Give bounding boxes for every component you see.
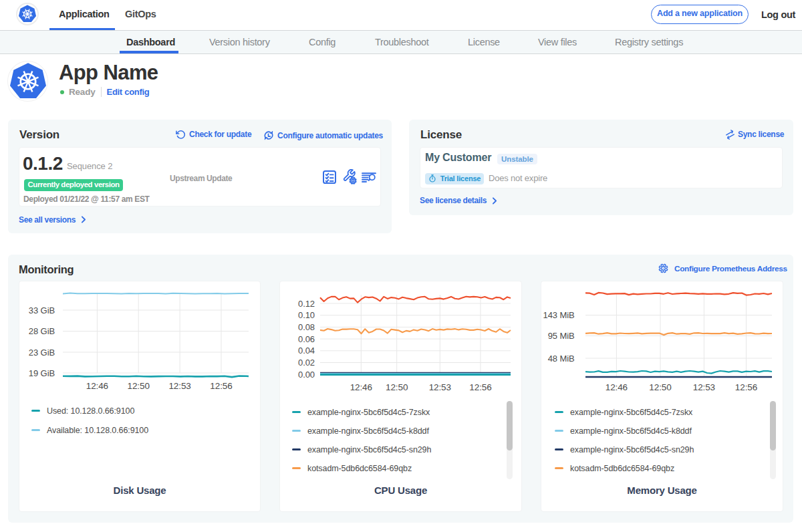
svg-text:0.08: 0.08 [298, 322, 315, 332]
svg-text:23 GiB: 23 GiB [29, 348, 55, 358]
svg-text:12:46: 12:46 [86, 381, 108, 391]
svg-text:12:50: 12:50 [386, 382, 408, 392]
svg-text:12:46: 12:46 [606, 382, 628, 392]
svg-text:0.04: 0.04 [298, 346, 315, 356]
svg-text:19 GiB: 19 GiB [29, 368, 55, 378]
svg-text:0.06: 0.06 [298, 334, 315, 344]
svg-text:48 MiB: 48 MiB [548, 354, 575, 364]
svg-text:12:56: 12:56 [469, 382, 491, 392]
svg-text:0.10: 0.10 [298, 310, 315, 320]
svg-text:12:53: 12:53 [429, 382, 451, 392]
svg-text:0.00: 0.00 [298, 370, 315, 380]
svg-text:143 MiB: 143 MiB [543, 310, 575, 320]
svg-text:95 MiB: 95 MiB [548, 331, 575, 341]
svg-text:12:56: 12:56 [210, 381, 232, 391]
svg-text:12:56: 12:56 [735, 382, 757, 392]
svg-text:0.02: 0.02 [298, 358, 315, 368]
svg-text:33 GiB: 33 GiB [29, 305, 55, 315]
svg-text:0.12: 0.12 [298, 299, 315, 309]
svg-text:12:50: 12:50 [649, 382, 671, 392]
svg-text:12:50: 12:50 [128, 381, 150, 391]
svg-text:28 GiB: 28 GiB [29, 326, 55, 336]
svg-text:12:53: 12:53 [693, 382, 715, 392]
svg-text:12:53: 12:53 [168, 381, 190, 391]
svg-text:12:46: 12:46 [350, 382, 372, 392]
